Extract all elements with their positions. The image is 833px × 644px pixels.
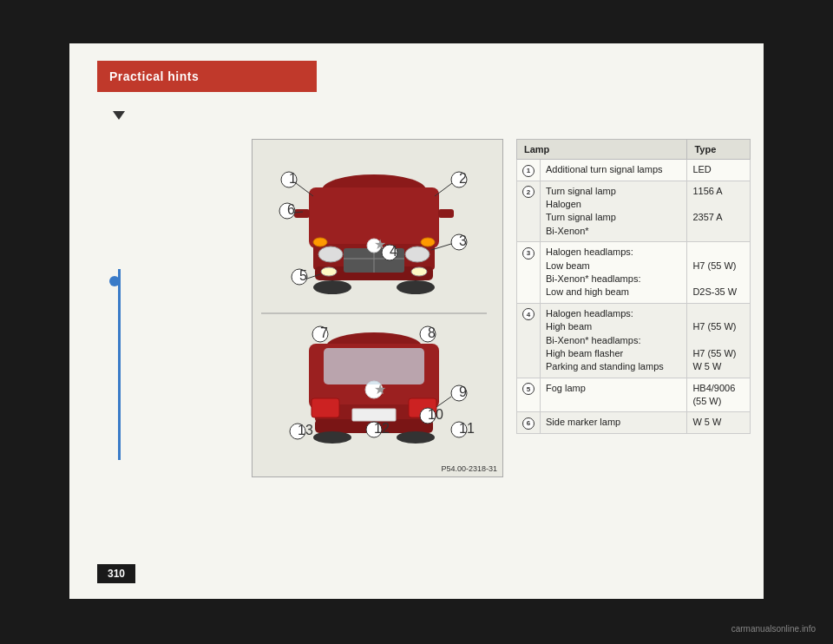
table-row: 3 Halogen headlamps:Low beamBi-Xenon* he… (517, 242, 751, 304)
car-diagram-image: ★ 1 2 3 4 5 (252, 139, 503, 477)
section-header: Practical hints (97, 61, 317, 92)
watermark: carmanualsonline.info (731, 624, 816, 634)
svg-text:7: 7 (320, 325, 328, 340)
num-circle-4: 4 (522, 308, 535, 320)
num-circle-2: 2 (522, 186, 535, 198)
svg-text:5: 5 (299, 268, 307, 283)
svg-point-9 (313, 238, 327, 246)
svg-text:12: 12 (374, 421, 390, 436)
lamp-desc-5: Fog lamp (541, 378, 687, 412)
svg-point-15 (313, 280, 351, 294)
lamp-desc-2: Turn signal lampHalogenTurn signal lampB… (541, 181, 687, 242)
page-content: Practical hints (69, 43, 764, 599)
svg-text:6: 6 (287, 202, 295, 217)
svg-text:10: 10 (428, 407, 443, 422)
svg-point-47 (313, 431, 351, 444)
table-row: 2 Turn signal lampHalogenTurn signal lam… (517, 181, 751, 242)
svg-point-48 (397, 431, 435, 444)
svg-point-10 (421, 238, 435, 246)
svg-point-12 (411, 267, 427, 276)
svg-rect-14 (438, 209, 454, 218)
lamp-desc-3: Halogen headlamps:Low beamBi-Xenon* head… (541, 242, 687, 304)
num-circle-6: 6 (522, 417, 535, 430)
lamp-type-1: LED (687, 160, 751, 181)
num-circle-1: 1 (522, 165, 535, 177)
car-diagram-svg: ★ 1 2 3 4 5 (253, 140, 495, 470)
svg-text:11: 11 (459, 421, 475, 436)
svg-text:1: 1 (289, 171, 297, 186)
svg-line-24 (435, 183, 452, 196)
lamp-num-3: 3 (517, 242, 541, 304)
svg-text:2: 2 (459, 171, 467, 186)
svg-text:13: 13 (298, 423, 313, 437)
svg-text:3: 3 (459, 233, 467, 248)
svg-point-7 (318, 246, 343, 262)
svg-point-8 (405, 246, 430, 262)
svg-rect-13 (294, 209, 310, 218)
lamp-type-6: W 5 W (687, 412, 751, 434)
lamp-desc-1: Additional turn signal lamps (541, 160, 687, 181)
svg-rect-41 (312, 398, 339, 417)
section-triangle-icon (113, 111, 125, 120)
lamp-type-2: 1156 A2357 A (687, 181, 751, 242)
svg-point-16 (397, 280, 435, 294)
lamp-type-3: H7 (55 W)D2S-35 W (687, 242, 751, 304)
lamp-type-5: HB4/9006(55 W) (687, 378, 751, 412)
lamp-num-6: 6 (517, 412, 541, 434)
num-circle-5: 5 (522, 383, 535, 395)
table-row: 6 Side marker lamp W 5 W (517, 412, 751, 434)
table-row: 1 Additional turn signal lamps LED (517, 160, 751, 181)
num-circle-3: 3 (522, 247, 535, 260)
lamp-type-table: Lamp Type 1 Additional turn signal lamps… (516, 139, 751, 434)
table-row: 5 Fog lamp HB4/9006(55 W) (517, 378, 751, 412)
table-header-lamp: Lamp (517, 140, 687, 160)
lamp-num-5: 5 (517, 378, 541, 412)
page-number: 310 (97, 564, 135, 583)
table-header-type: Type (687, 140, 751, 160)
svg-line-21 (296, 183, 313, 196)
car-image-label: P54.00-2318-31 (441, 464, 497, 473)
lamp-desc-6: Side marker lamp (541, 412, 687, 434)
svg-rect-43 (352, 409, 396, 421)
lamp-num-4: 4 (517, 303, 541, 378)
svg-text:4: 4 (390, 244, 397, 259)
lamp-desc-4: Halogen headlamps:High beamBi-Xenon* hea… (541, 303, 687, 378)
lamp-num-2: 2 (517, 181, 541, 242)
section-title: Practical hints (109, 69, 199, 83)
lamp-num-1: 1 (517, 160, 541, 181)
lamp-type-4: H7 (55 W)H7 (55 W)W 5 W (687, 303, 751, 378)
svg-rect-46 (324, 348, 424, 384)
blue-line-decoration (118, 269, 121, 460)
svg-text:8: 8 (428, 325, 436, 340)
svg-text:9: 9 (459, 384, 467, 399)
table-row: 4 Halogen headlamps:High beamBi-Xenon* h… (517, 303, 751, 378)
svg-point-11 (321, 267, 337, 276)
